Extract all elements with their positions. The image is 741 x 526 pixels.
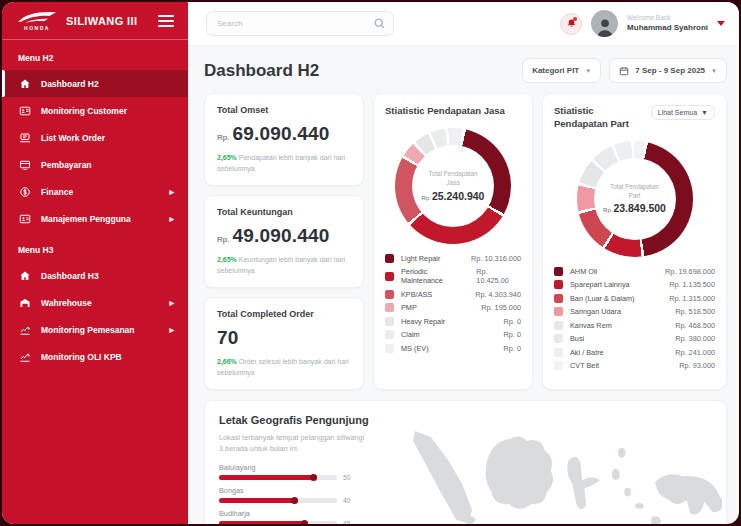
geo-bar-track (219, 521, 337, 524)
geo-bar-label: Batulayang (219, 463, 399, 472)
legend-label: Kanvas Rem (570, 321, 612, 330)
user-name: Muhammad Syahroni (627, 23, 708, 33)
honda-wing-logo-icon: HONDA (16, 11, 58, 31)
stat-title: Total Completed Order (217, 309, 351, 319)
hamburger-menu-icon[interactable] (158, 12, 174, 30)
stat-value: 49.090.440 (232, 225, 329, 247)
stat-percentage: 2,65% (217, 154, 237, 161)
legend-swatch (385, 317, 394, 326)
legend-label: Busi (570, 334, 584, 343)
kategori-pit-label: Kategori PIT (532, 66, 579, 75)
legend-swatch (385, 272, 394, 281)
legend-label: MS (EV) (401, 344, 429, 353)
currency-prefix: Rp. (217, 235, 229, 244)
legend-swatch (385, 303, 394, 312)
date-range-label: 7 Sep - 9 Sep 2025 (635, 66, 705, 75)
sidebar-item-pembayaran[interactable]: Pembayaran (2, 151, 188, 178)
sidebar-item-dashboard-h2[interactable]: Dashboard H2 (2, 70, 188, 97)
geografis-bars: Batulayang50Bongas40Budiharja45Cililin45 (219, 463, 399, 524)
legend-row-saringan-udara: Saringan UdaraRp. 518.500 (554, 307, 715, 316)
legend-row-pmp: PMPRp. 195.000 (385, 303, 521, 312)
sidebar-item-monitoring-customer[interactable]: Monitoring Customer (2, 97, 188, 124)
sidebar-item-label: Monitoring Customer (41, 106, 127, 116)
legend-swatch (554, 361, 563, 370)
home-icon (18, 77, 31, 90)
indonesia-map (399, 414, 726, 524)
stat-card-total-omset: Total OmsetRp.69.090.4402,65% Pendapatan… (204, 93, 364, 186)
sidebar-item-label: Monitoring OLI KPB (41, 352, 122, 362)
sidebar-item-monitoring-oli-kpb[interactable]: Monitoring OLI KPB (2, 343, 188, 370)
user-greeting: Welcome Back Muhammad Syahroni (627, 14, 708, 32)
legend-row-sparepart-lainnya: Sparepart LainnyaRp. 1.135.500 (554, 280, 715, 289)
sidebar-header: HONDA SILIWANG III (2, 2, 188, 40)
sidebar-item-list-work-order[interactable]: List Work Order (2, 124, 188, 151)
sidebar-item-dashboard-h3[interactable]: Dashboard H3 (2, 262, 188, 289)
sidebar-item-finance[interactable]: Finance▶ (2, 178, 188, 205)
part-center-label: Total Pendapatan Part (605, 183, 665, 201)
legend-label: Periodic Maintenance (401, 267, 469, 285)
legend-row-claim: ClaimRp. 0 (385, 330, 521, 339)
geo-bar-label: Budiharja (219, 509, 399, 518)
legend-label: Sparepart Lainnya (570, 280, 630, 289)
indonesia-map-svg (411, 422, 726, 524)
page-header: Dashboard H2 Kategori PIT ▼ 7 Sep - 9 Se… (204, 58, 727, 83)
notification-dot (573, 17, 577, 21)
sidebar-item-wahrehouse[interactable]: Wahrehouse▶ (2, 289, 188, 316)
sidebar-item-monitoring-pemesanan[interactable]: Monitoring Pemesanan▶ (2, 316, 188, 343)
jasa-chart-title: Stiatistic Pendapatan Jasa (385, 105, 505, 118)
payment-icon (18, 158, 31, 171)
jasa-center-value: Rp.25.240.940 (422, 190, 485, 202)
geo-bar-row-budiharja: Budiharja45 (219, 509, 399, 524)
stat-card-total-keuntungan: Total KeuntunganRp.49.090.4402,65% Keunt… (204, 195, 364, 288)
geografis-info: Letak Geografis Pengunjung Lokasi terban… (219, 414, 399, 524)
pendapatan-part-card: Stiatistic Pendapatan Part Lihat Semua ▼… (542, 93, 727, 390)
date-range-picker[interactable]: 7 Sep - 9 Sep 2025 ▼ (609, 58, 727, 83)
legend-row-light-repair: Light RepairRp. 10.316.000 (385, 254, 521, 263)
legend-value: Rp. 10.425.00 (476, 267, 521, 285)
legend-row-ban-luar-dalam-: Ban (Luar & Dalam)Rp. 1.315.000 (554, 294, 715, 303)
part-chart-title: Stiatistic Pendapatan Part (554, 105, 634, 131)
notification-bell-icon[interactable] (560, 13, 582, 35)
legend-value: Rp. 380.000 (675, 334, 715, 343)
search-input[interactable] (206, 11, 394, 36)
user-avatar[interactable] (591, 10, 618, 37)
legend-swatch (385, 290, 394, 299)
profile-dropdown-caret-icon[interactable] (717, 21, 725, 26)
legend-label: AHM Oli (570, 267, 597, 276)
legend-label: KPB/ASS (401, 290, 432, 299)
sidebar-section-label: Menu H3 (2, 232, 188, 262)
stat-description: 2,65% Pendapatan lebih banyak dari hari … (217, 153, 351, 174)
sidebar-nav: Menu H2Dashboard H2Monitoring CustomerLi… (2, 40, 188, 370)
sidebar-item-manajemen-pengguna[interactable]: Manajemen Pengguna▶ (2, 205, 188, 232)
chevron-down-icon: ▼ (701, 109, 708, 116)
warehouse-icon (18, 296, 31, 309)
brand: HONDA SILIWANG III (16, 11, 137, 31)
search-box (206, 11, 394, 36)
calendar-icon (619, 66, 629, 76)
geografis-title: Letak Geografis Pengunjung (219, 414, 399, 426)
sidebar: HONDA SILIWANG III Menu H2Dashboard H2Mo… (2, 2, 188, 524)
geo-bar-label: Bongas (219, 486, 399, 495)
topbar-right: Welcome Back Muhammad Syahroni (560, 10, 725, 37)
legend-swatch (554, 321, 563, 330)
jasa-donut-center: Total Pendapatan Jasa Rp.25.240.940 (412, 145, 494, 227)
chevron-down-icon: ▼ (585, 68, 591, 74)
chart-icon (18, 323, 31, 336)
filters: Kategori PIT ▼ 7 Sep - 9 Sep 2025 ▼ (522, 58, 727, 83)
legend-value: Rp. 1.135.500 (669, 280, 715, 289)
chevron-right-icon: ▶ (169, 326, 174, 333)
sidebar-item-label: Manajemen Pengguna (41, 214, 131, 224)
search-icon[interactable] (373, 16, 386, 29)
legend-label: Claim (401, 330, 420, 339)
pendapatan-jasa-card: Stiatistic Pendapatan Jasa Total Pendapa… (373, 93, 533, 390)
lihat-semua-select[interactable]: Lihat Semua ▼ (651, 105, 715, 120)
geo-bar-fill (219, 521, 308, 524)
users-card-icon (18, 212, 31, 225)
home-icon (18, 269, 31, 282)
kategori-pit-select[interactable]: Kategori PIT ▼ (522, 58, 601, 83)
stat-value: 69.090.440 (232, 123, 329, 145)
currency-prefix: Rp. (217, 133, 229, 142)
stat-title: Total Omset (217, 105, 351, 115)
geo-bar-fill (219, 475, 317, 480)
legend-swatch (554, 334, 563, 343)
